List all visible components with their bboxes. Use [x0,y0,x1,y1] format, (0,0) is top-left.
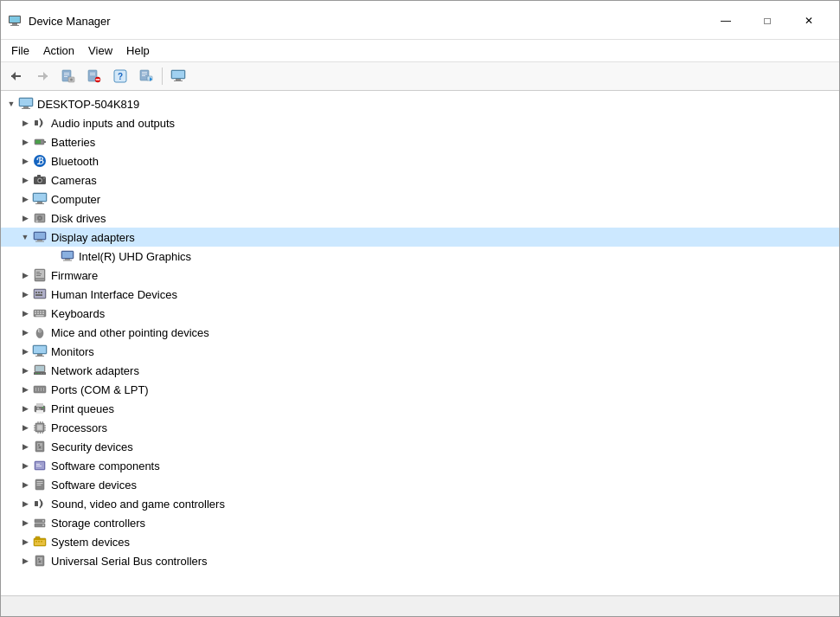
svg-rect-76 [35,311,36,312]
tree-item-sound[interactable]: ▶ Sound, video and game controllers [1,494,839,513]
menu-help[interactable]: Help [119,42,157,60]
svg-rect-78 [40,311,42,312]
tree-item-hid[interactable]: ▶ Human Interface Devices [1,285,839,304]
intel-expand [46,249,60,263]
toolbar-monitor[interactable] [166,65,190,87]
processors-icon [32,421,48,434]
tree-item-network[interactable]: ▶ Network adapters [1,361,839,380]
firmware-icon [32,268,48,282]
menu-file[interactable]: File [4,42,36,60]
svg-point-53 [39,217,41,219]
network-expand: ▶ [18,363,32,377]
batteries-icon [32,135,48,149]
toolbar-disable[interactable] [82,65,106,87]
svg-rect-72 [38,292,40,293]
svg-rect-2 [12,23,17,25]
svg-rect-82 [40,313,42,315]
computer-icon [32,192,48,206]
svg-point-107 [39,389,41,391]
menu-view[interactable]: View [81,42,119,60]
tree-view[interactable]: ▼ DESKTOP-504K819 ▶ [1,91,839,595]
minimize-button[interactable]: — [706,8,746,34]
mice-label: Mice and other pointing devices [51,326,209,339]
svg-rect-77 [37,311,39,312]
svg-rect-38 [35,140,41,144]
tree-item-audio[interactable]: ▶ Audio inputs and outputs [1,113,839,132]
batteries-expand: ▶ [18,135,32,149]
intel-icon [60,249,75,263]
tree-item-firmware[interactable]: ▶ Firmware [1,266,839,285]
tree-item-bluetooth[interactable]: ▶ ℬ Bluetooth [1,151,839,170]
toolbar-separator [162,67,163,85]
tree-item-softcomp[interactable]: ▶ Software components [1,456,839,475]
toolbar-update[interactable] [134,65,158,87]
tree-item-security[interactable]: ▶ Security devices [1,437,839,456]
tree-item-display[interactable]: ▼ Display adapters [1,228,839,247]
menu-action[interactable]: Action [36,42,81,60]
svg-text:ℬ: ℬ [36,156,44,166]
maximize-button[interactable]: □ [747,8,787,34]
hid-label: Human Interface Devices [51,288,177,301]
toolbar-help[interactable]: ? [108,65,132,87]
svg-rect-65 [36,272,40,273]
system-expand: ▶ [18,535,32,549]
cameras-expand: ▶ [18,173,32,187]
svg-rect-98 [38,373,40,374]
svg-rect-153 [41,541,42,543]
svg-rect-18 [96,79,100,80]
tree-item-processors[interactable]: ▶ [1,418,839,437]
svg-rect-44 [37,175,41,177]
tree-item-storage[interactable]: ▶ Storage controllers [1,513,839,532]
tree-item-system[interactable]: ▶ System devices [1,532,839,551]
softdev-expand: ▶ [18,478,32,492]
tree-item-ports[interactable]: ▶ Ports (COM & LPT) [1,380,839,399]
mice-expand: ▶ [18,325,32,339]
mice-icon [32,325,48,339]
tree-item-print[interactable]: ▶ Print queues [1,399,839,418]
svg-rect-118 [34,426,35,427]
toolbar-back[interactable] [4,65,29,87]
tree-item-softdev[interactable]: ▶ Software devices [1,475,839,494]
svg-rect-150 [35,540,45,545]
keyboard-label: Keyboards [51,307,105,320]
system-icon [32,535,48,549]
svg-rect-33 [23,106,29,108]
svg-rect-54 [35,221,38,222]
tree-item-batteries[interactable]: ▶ Batteries [1,132,839,151]
tree-item-disk[interactable]: ▶ Disk drives [1,209,839,228]
svg-rect-7 [38,75,48,77]
tree-item-cameras[interactable]: ▶ Cameras [1,170,839,190]
svg-rect-140 [37,481,43,482]
close-button[interactable]: ✕ [789,8,829,34]
tree-item-intel[interactable]: Intel(R) UHD Graphics [1,247,839,266]
svg-rect-15 [90,73,95,74]
monitors-label: Monitors [51,345,94,358]
title-left: Device Manager [8,14,111,28]
sound-label: Sound, video and game controllers [51,498,225,511]
svg-rect-35 [35,120,38,125]
keyboard-icon [32,306,48,320]
svg-rect-149 [35,537,40,539]
tree-item-keyboard[interactable]: ▶ Keyboards [1,304,839,323]
disk-expand: ▶ [18,211,32,225]
toolbar-forward[interactable] [30,65,55,87]
svg-rect-56 [35,233,45,239]
tree-item-usb[interactable]: ▶ Universal Serial Bus controllers [1,551,839,570]
disk-icon [32,211,48,225]
svg-rect-152 [38,541,40,543]
toolbar-properties[interactable] [56,65,80,87]
tree-root[interactable]: ▼ DESKTOP-504K819 [1,94,839,113]
svg-rect-127 [38,432,39,434]
tree-item-mice[interactable]: ▶ Mice and other pointing devices [1,323,839,342]
tree-item-monitors[interactable]: ▶ Monitors [1,342,839,361]
svg-rect-142 [37,485,42,485]
processors-expand: ▶ [18,421,32,434]
softdev-label: Software devices [51,479,137,492]
svg-rect-5 [11,75,21,77]
usb-expand: ▶ [18,554,32,568]
processors-label: Processors [51,421,107,434]
network-icon [32,363,48,377]
tree-item-computer[interactable]: ▶ Computer [1,190,839,209]
svg-point-108 [42,389,43,391]
svg-rect-120 [34,430,35,431]
